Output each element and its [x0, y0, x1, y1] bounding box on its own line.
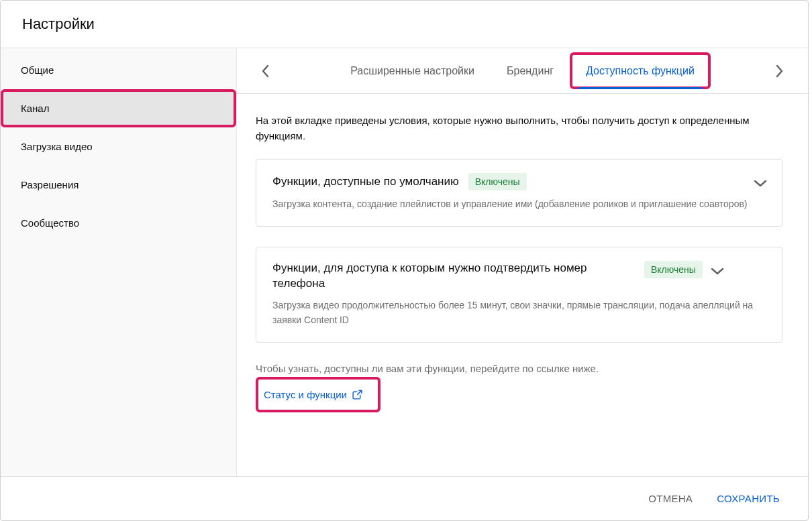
tabs-scroll-left[interactable]	[252, 58, 278, 84]
cancel-button[interactable]: ОТМЕНА	[639, 486, 702, 511]
status-hint: Чтобы узнать, доступны ли вам эти функци…	[256, 363, 782, 374]
feature-card-verified-phone[interactable]: Функции, для доступа к которым нужно под…	[256, 247, 782, 343]
dialog-title: Настройки	[22, 15, 786, 33]
tab-feature-eligibility[interactable]: Доступность функций	[570, 52, 711, 89]
save-button[interactable]: СОХРАНИТЬ	[707, 486, 789, 511]
chevron-right-icon	[776, 64, 784, 78]
sidebar-item-upload[interactable]: Загрузка видео	[1, 127, 236, 166]
status-and-features-link[interactable]: Статус и функции	[256, 377, 380, 412]
dialog-body: Общие Канал Загрузка видео Разрешения Со…	[1, 48, 808, 476]
card-subtitle: Загрузка контента, создание плейлистов и…	[272, 197, 767, 212]
sidebar-item-general[interactable]: Общие	[1, 51, 236, 89]
card-subtitle: Загрузка видео продолжительностью более …	[272, 298, 767, 327]
tab-branding[interactable]: Брендинг	[491, 48, 570, 93]
tab-advanced[interactable]: Расширенные настройки	[334, 48, 491, 93]
card-header: Функции, доступные по умолчанию Включены	[272, 173, 767, 190]
chevron-down-icon[interactable]	[754, 173, 767, 190]
card-right: Включены	[644, 261, 724, 278]
dialog-header: Настройки	[1, 1, 808, 48]
card-title-row: Функции, доступные по умолчанию Включены	[272, 173, 744, 190]
sidebar-item-community[interactable]: Сообщество	[1, 204, 236, 242]
sidebar-item-channel[interactable]: Канал	[1, 89, 236, 127]
content-area: На этой вкладке приведены условия, котор…	[237, 94, 808, 476]
status-badge: Включены	[468, 173, 527, 190]
tabs-scroll-right[interactable]	[766, 58, 793, 84]
card-header: Функции, для доступа к которым нужно под…	[272, 261, 767, 292]
dialog-footer: ОТМЕНА СОХРАНИТЬ	[1, 476, 808, 520]
card-title: Функции, для доступа к которым нужно под…	[272, 261, 635, 292]
sidebar-item-permissions[interactable]: Разрешения	[1, 166, 236, 204]
chevron-down-icon[interactable]	[711, 261, 724, 278]
main-panel: Расширенные настройки Брендинг Доступнос…	[237, 48, 808, 476]
external-link-icon	[352, 389, 363, 400]
tabs-bar: Расширенные настройки Брендинг Доступнос…	[237, 48, 808, 94]
tabs: Расширенные настройки Брендинг Доступнос…	[278, 48, 766, 93]
section-description: На этой вкладке приведены условия, котор…	[256, 113, 782, 144]
settings-dialog: Настройки Общие Канал Загрузка видео Раз…	[0, 0, 809, 521]
sidebar: Общие Канал Загрузка видео Разрешения Со…	[1, 48, 237, 476]
chevron-left-icon	[261, 64, 269, 78]
card-title: Функции, доступные по умолчанию	[272, 175, 459, 188]
status-badge: Включены	[644, 261, 703, 278]
feature-card-default[interactable]: Функции, доступные по умолчанию Включены…	[256, 159, 782, 227]
link-label: Статус и функции	[264, 389, 347, 400]
